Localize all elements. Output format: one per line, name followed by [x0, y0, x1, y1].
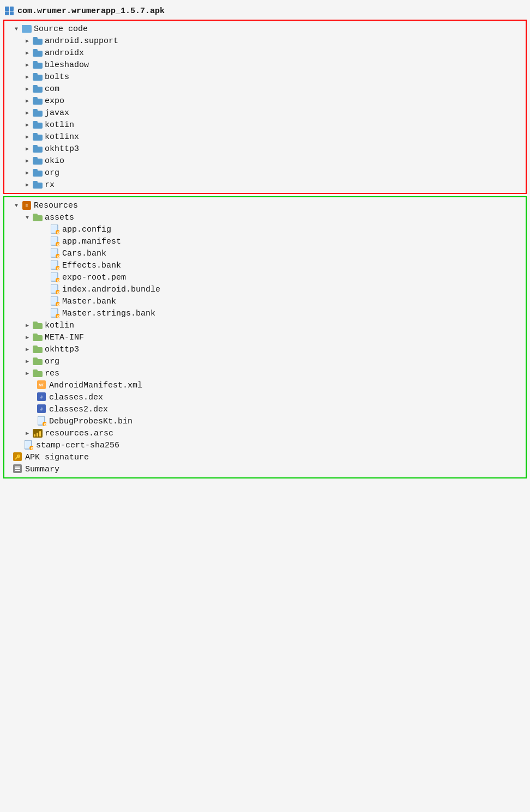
folder-com[interactable]: com [4, 83, 526, 95]
android-manifest-label: AndroidManifest.xml [49, 381, 142, 390]
file-index-android-bundle-icon: ⚙ [50, 284, 60, 294]
folder-bolts-icon [33, 72, 43, 82]
file-effects-bank[interactable]: ⚙ Effects.bank [4, 259, 526, 271]
folder-meta-inf-icon [33, 332, 43, 342]
folder-okhttp3-src[interactable]: okhttp3 [4, 143, 526, 155]
file-cars-bank-icon: ⚙ [50, 249, 60, 258]
folder-resources-arsc[interactable]: resources.arsc [4, 427, 526, 439]
kotlinx-label: kotlinx [45, 132, 79, 142]
svg-rect-15 [33, 121, 38, 124]
summary-icon [13, 464, 23, 474]
root-apk-item[interactable]: com.wrumer.wrumerapp_1.5.7.apk [0, 4, 530, 17]
file-expo-root-pem-icon: ⚙ [50, 272, 60, 282]
svg-rect-81 [15, 466, 20, 468]
folder-bleshadow[interactable]: bleshadow [4, 59, 526, 71]
summary-item[interactable]: Summary [4, 463, 526, 475]
chevron-android-support[interactable] [24, 38, 31, 44]
chevron-kotlin-src[interactable] [24, 122, 31, 128]
folder-androidx-icon [33, 48, 43, 58]
folder-okhttp3-res[interactable]: okhttp3 [4, 343, 526, 355]
chevron-com[interactable] [24, 86, 31, 92]
folder-bolts[interactable]: bolts [4, 71, 526, 83]
res-label: res [45, 369, 59, 378]
folder-android-support[interactable]: android.support [4, 35, 526, 47]
file-app-config[interactable]: ⚙ app.config [4, 223, 526, 235]
svg-rect-23 [33, 169, 38, 172]
svg-rect-27 [33, 214, 38, 216]
file-effects-bank-icon: ⚙ [50, 260, 60, 270]
chevron-bleshadow[interactable] [24, 62, 31, 68]
svg-rect-21 [33, 157, 38, 160]
chevron-org-src[interactable] [24, 169, 31, 176]
file-classes2-dex[interactable]: J classes2.dex [4, 403, 526, 415]
file-index-android-bundle[interactable]: ⚙ index.android.bundle [4, 283, 526, 295]
folder-okio[interactable]: okio [4, 155, 526, 167]
summary-label: Summary [25, 465, 59, 474]
kotlin-res-label: kotlin [45, 321, 74, 330]
file-debug-probes[interactable]: ⚙ DebugProbesKt.bin [4, 415, 526, 427]
chevron-okio[interactable] [24, 157, 31, 164]
source-code-section: Source code android.support androidx ble… [3, 20, 527, 194]
chevron-kotlin-res[interactable] [24, 322, 31, 329]
chevron-resources-arsc[interactable] [24, 430, 31, 437]
source-code-chevron[interactable] [13, 26, 20, 32]
folder-org-src-icon [33, 168, 43, 178]
folder-res[interactable]: res [4, 367, 526, 379]
apk-icon [4, 6, 14, 16]
chevron-assets[interactable] [24, 215, 31, 221]
folder-javax[interactable]: javax [4, 107, 526, 119]
file-master-strings-bank[interactable]: ⚙ Master.strings.bank [4, 307, 526, 319]
folder-kotlin-src[interactable]: kotlin [4, 119, 526, 131]
chevron-javax[interactable] [24, 110, 31, 116]
folder-kotlin-res[interactable]: kotlin [4, 319, 526, 331]
resources-chevron[interactable] [13, 203, 20, 209]
folder-org-res[interactable]: org [4, 355, 526, 367]
chevron-androidx[interactable] [24, 50, 31, 56]
chevron-bolts[interactable] [24, 74, 31, 80]
file-expo-root-pem[interactable]: ⚙ expo-root.pem [4, 271, 526, 283]
file-classes-dex[interactable]: J classes.dex [4, 391, 526, 403]
chevron-expo[interactable] [24, 98, 31, 104]
file-cars-bank[interactable]: ⚙ Cars.bank [4, 247, 526, 259]
svg-text:⚙: ⚙ [57, 231, 60, 234]
resources-item[interactable]: ≡ Resources [4, 199, 526, 211]
file-debug-probes-icon: ⚙ [37, 416, 47, 426]
folder-org-res-icon [33, 356, 43, 366]
svg-rect-19 [33, 145, 38, 148]
file-stamp-cert[interactable]: ⚙ stamp-cert-sha256 [4, 439, 526, 451]
folder-kotlinx[interactable]: kotlinx [4, 131, 526, 143]
chevron-okhttp3-res[interactable] [24, 346, 31, 353]
folder-assets[interactable]: assets [4, 211, 526, 223]
tree-container: com.wrumer.wrumerapp_1.5.7.apk Source co… [0, 0, 530, 812]
svg-text:⚙: ⚙ [57, 291, 60, 294]
apk-signature-item[interactable]: 🔑 APK signature [4, 451, 526, 463]
file-app-manifest[interactable]: ⚙ app.manifest [4, 235, 526, 247]
folder-bleshadow-icon [33, 60, 43, 70]
chevron-org-res[interactable] [24, 358, 31, 365]
okhttp3-src-label: okhttp3 [45, 144, 79, 154]
file-app-config-icon: ⚙ [50, 225, 60, 234]
svg-text:⚙: ⚙ [31, 447, 34, 450]
index-android-bundle-label: index.android.bundle [62, 285, 160, 294]
cars-bank-label: Cars.bank [62, 249, 106, 258]
chevron-rx[interactable] [24, 181, 31, 188]
folder-rx[interactable]: rx [4, 179, 526, 191]
svg-rect-7 [33, 73, 38, 76]
rx-label: rx [45, 180, 55, 190]
debug-probes-label: DebugProbesKt.bin [49, 417, 132, 426]
chevron-okhttp3-src[interactable] [24, 146, 31, 152]
chevron-meta-inf[interactable] [24, 334, 31, 341]
svg-text:⚙: ⚙ [57, 315, 60, 318]
file-master-bank[interactable]: ⚙ Master.bank [4, 295, 526, 307]
chevron-kotlinx[interactable] [24, 134, 31, 140]
folder-androidx[interactable]: androidx [4, 47, 526, 59]
chevron-res[interactable] [24, 370, 31, 377]
source-code-item[interactable]: Source code [4, 23, 526, 35]
apk-signature-icon: 🔑 [13, 452, 23, 462]
folder-expo[interactable]: expo [4, 95, 526, 107]
folder-okhttp3-src-icon [33, 144, 43, 154]
bleshadow-label: bleshadow [45, 60, 89, 70]
file-android-manifest[interactable]: MF AndroidManifest.xml [4, 379, 526, 391]
folder-meta-inf[interactable]: META-INF [4, 331, 526, 343]
folder-org-src[interactable]: org [4, 167, 526, 179]
